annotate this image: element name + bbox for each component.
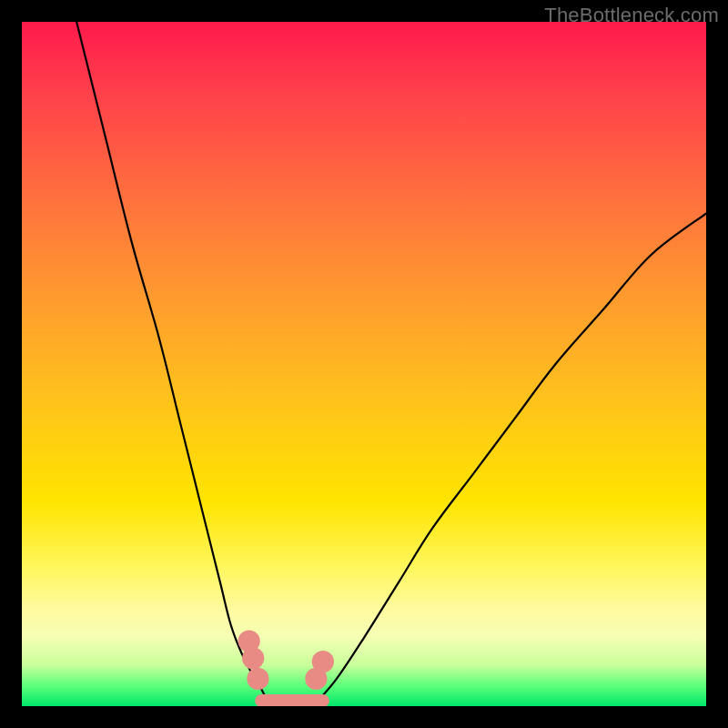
plot-area <box>22 22 706 706</box>
watermark-text: TheBottleneck.com <box>544 4 719 27</box>
marker-dot <box>312 651 334 672</box>
outer-frame: TheBottleneck.com <box>0 0 728 728</box>
marker-group <box>238 630 334 690</box>
marker-dot <box>242 647 264 669</box>
curve-left-branch <box>76 22 268 703</box>
chart-svg <box>22 22 706 706</box>
marker-dot <box>247 668 268 690</box>
curve-right-branch <box>316 214 706 703</box>
